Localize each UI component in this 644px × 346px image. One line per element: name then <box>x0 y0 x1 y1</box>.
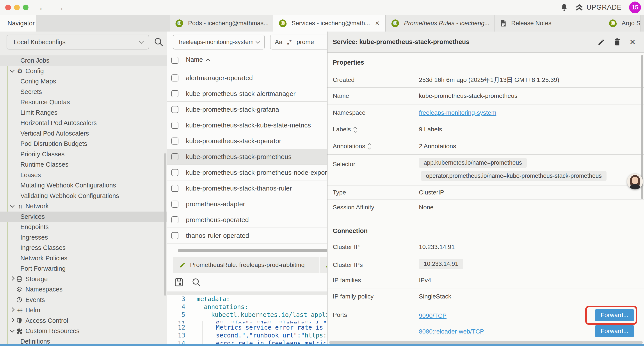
row-checkbox[interactable] <box>172 90 178 97</box>
table-row-kube-prometheus-stack-operator[interactable]: kube-prometheus-stack-operator <box>167 133 327 149</box>
sidebar-item-ingress-classes[interactable]: Ingress Classes <box>0 243 167 253</box>
row-checkbox[interactable] <box>172 122 178 129</box>
chevron-right-icon[interactable] <box>10 307 14 312</box>
sidebar-item-limit-ranges[interactable]: Limit Ranges <box>0 107 167 118</box>
chevron-down-icon[interactable] <box>10 68 14 73</box>
sidebar-scrollbar[interactable] <box>164 153 166 296</box>
row-checkbox[interactable] <box>172 153 178 160</box>
close-icon[interactable]: ✕ <box>375 20 380 27</box>
sidebar-item-pod-disruption-budgets[interactable]: Pod Disruption Budgets <box>0 139 167 149</box>
avatar[interactable] <box>627 174 643 189</box>
code-line[interactable]: 5kubectl.kubernetes.io/last-applied-conf… <box>167 311 327 319</box>
table-row-prometheus-operated[interactable]: prometheus-operated <box>167 212 327 228</box>
sidebar-item-config-maps[interactable]: Config Maps <box>0 76 167 87</box>
code-line[interactable]: 12Metrics service error rate is {{ $va <box>167 324 327 331</box>
sidebar-item-network[interactable]: ↑↓Network <box>0 201 167 212</box>
editor-search-icon[interactable] <box>192 278 201 287</box>
tab-prometheus-rules-icecheng[interactable]: ☸Prometheus Rules - icecheng... <box>386 15 495 31</box>
sidebar-item-helm[interactable]: ⎈Helm <box>0 305 167 316</box>
close-icon[interactable]: ✕ <box>630 38 636 46</box>
save-icon[interactable] <box>174 278 184 287</box>
edit-pencil-icon[interactable] <box>598 38 605 46</box>
tab-argo-se[interactable]: ☸Argo Se <box>603 15 641 31</box>
code-line[interactable]: 3metadata: <box>167 295 327 303</box>
editor-tab-partial[interactable] <box>320 257 327 273</box>
tab-services-icecheng-math[interactable]: ☸Services - icecheng@math...✕ <box>273 15 386 31</box>
code-line[interactable]: 13second.","runbook_url":"https://net <box>167 331 327 339</box>
editor-tab-prometheusrule[interactable]: PrometheusRule: freeleaps-prod-rabbitmq <box>173 257 319 273</box>
table-horizontal-scrollbar[interactable] <box>178 249 327 252</box>
chevron-down-icon[interactable] <box>10 203 14 208</box>
table-row-thanos-ruler-operated[interactable]: thanos-ruler-operated <box>167 228 327 244</box>
sidebar-item-namespaces[interactable]: Namespaces <box>0 284 167 295</box>
regex-icon[interactable]: ■* <box>287 38 292 46</box>
sidebar-item-storage[interactable]: Storage <box>0 274 167 285</box>
sidebar-item-validating-webhook-configurations[interactable]: Validating Webhook Configurations <box>0 191 167 201</box>
sidebar-item-horizontal-pod-autoscalers[interactable]: Horizontal Pod Autoscalers <box>0 118 167 128</box>
row-checkbox[interactable] <box>172 185 178 192</box>
runbook-url-link[interactable]: https://net <box>305 332 327 339</box>
namespace-selector[interactable]: freeleaps-monitoring-system <box>173 34 265 49</box>
sidebar-item-resource-quotas[interactable]: Resource Quotas <box>0 97 167 107</box>
row-checkbox[interactable] <box>172 232 178 239</box>
sidebar-item-mutating-webhook-configurations[interactable]: Mutating Webhook Configurations <box>0 180 167 191</box>
port-link-9090-tcp[interactable]: 9090/TCP <box>419 312 446 319</box>
row-checkbox[interactable] <box>172 216 178 223</box>
sidebar-item-services[interactable]: Services <box>0 212 167 222</box>
tab-pods-icecheng-mathmas[interactable]: ☸Pods - icecheng@mathmas... <box>170 15 273 31</box>
row-checkbox[interactable] <box>172 74 178 81</box>
sidebar-item-config[interactable]: ⚙Config <box>0 66 167 76</box>
table-row-kube-prometheus-stack-prometheus-node-exporter[interactable]: kube-prometheus-stack-prometheus-node-ex… <box>167 165 327 180</box>
sidebar-item-events[interactable]: Events <box>0 295 167 305</box>
table-row-kube-prometheus-stack-grafana[interactable]: kube-prometheus-stack-grafana <box>167 102 327 117</box>
row-checkbox[interactable] <box>172 169 178 176</box>
window-minimize-button[interactable] <box>14 4 20 10</box>
table-row-kube-prometheus-stack-thanos-ruler[interactable]: kube-prometheus-stack-thanos-ruler <box>167 180 327 196</box>
sidebar-search-icon[interactable] <box>154 37 164 47</box>
kubeconfig-selector[interactable]: Local Kubeconfigs <box>6 34 149 49</box>
table-row-kube-prometheus-stack-alertmanager[interactable]: kube-prometheus-stack-alertmanager <box>167 86 327 102</box>
sidebar-item-secrets[interactable]: Secrets <box>0 87 167 97</box>
delete-trash-icon[interactable] <box>614 38 621 46</box>
navigator-panel-tab[interactable]: Navigator <box>0 15 36 31</box>
code-line[interactable]: 4annotations: <box>167 303 327 311</box>
sidebar-item-priority-classes[interactable]: Priority Classes <box>0 149 167 160</box>
sidebar-item-custom-resources[interactable]: Custom Resources <box>0 326 167 336</box>
port-link-8080-reloader-web-tcp[interactable]: 8080:reloader-web/TCP <box>419 328 484 335</box>
sidebar-item-ingresses[interactable]: Ingresses <box>0 232 167 243</box>
expand-collapse-icon[interactable] <box>368 144 371 149</box>
profile-badge[interactable]: 15 <box>629 1 641 13</box>
resource-search-box[interactable]: Aa ■* prome <box>270 34 327 49</box>
select-all-checkbox[interactable] <box>172 57 178 64</box>
upgrade-button[interactable]: UPGRADE <box>575 3 622 11</box>
match-case-icon[interactable]: Aa <box>275 38 282 45</box>
table-row-kube-prometheus-stack-prometheus[interactable]: kube-prometheus-stack-prometheus <box>167 149 327 165</box>
code-line[interactable]: 110", "for": "1m", "labels": { "service"… <box>167 319 327 324</box>
sidebar-item-endpoints[interactable]: Endpoints <box>0 222 167 232</box>
search-input[interactable]: prome <box>296 38 314 45</box>
sidebar-item-runtime-classes[interactable]: Runtime Classes <box>0 159 167 170</box>
sidebar-item-cron-jobs[interactable]: Cron Jobs <box>0 55 167 66</box>
notifications-bell-icon[interactable] <box>561 3 568 11</box>
forward-button-8080-reloader-web-tcp[interactable]: Forward... <box>595 325 634 337</box>
yaml-editor[interactable]: 3metadata:4annotations:5kubectl.kubernet… <box>167 295 327 346</box>
back-arrow-icon[interactable]: ← <box>38 3 47 12</box>
drawer-horizontal-scrollbar[interactable] <box>329 341 643 344</box>
window-close-button[interactable] <box>5 4 11 10</box>
table-row-prometheus-adapter[interactable]: prometheus-adapter <box>167 196 327 212</box>
forward-arrow-icon[interactable]: → <box>55 3 64 12</box>
expand-collapse-icon[interactable] <box>354 127 356 132</box>
window-zoom-button[interactable] <box>23 4 28 10</box>
row-checkbox[interactable] <box>172 201 178 208</box>
sidebar-item-access-control[interactable]: Access Control <box>0 316 167 326</box>
chevron-down-icon[interactable] <box>10 328 14 333</box>
tab-release-notes[interactable]: Release Notes <box>495 15 603 31</box>
sidebar-item-leases[interactable]: Leases <box>0 170 167 180</box>
sidebar-item-network-policies[interactable]: Network Policies <box>0 253 167 264</box>
table-row-alertmanager-operated[interactable]: alertmanager-operated <box>167 70 327 86</box>
namespace-link[interactable]: freeleaps-monitoring-system <box>419 109 496 116</box>
row-checkbox[interactable] <box>172 137 178 145</box>
sidebar-item-port-forwarding[interactable]: Port Forwarding <box>0 264 167 274</box>
name-column-header[interactable]: Name <box>186 56 210 63</box>
chevron-right-icon[interactable] <box>10 276 14 281</box>
